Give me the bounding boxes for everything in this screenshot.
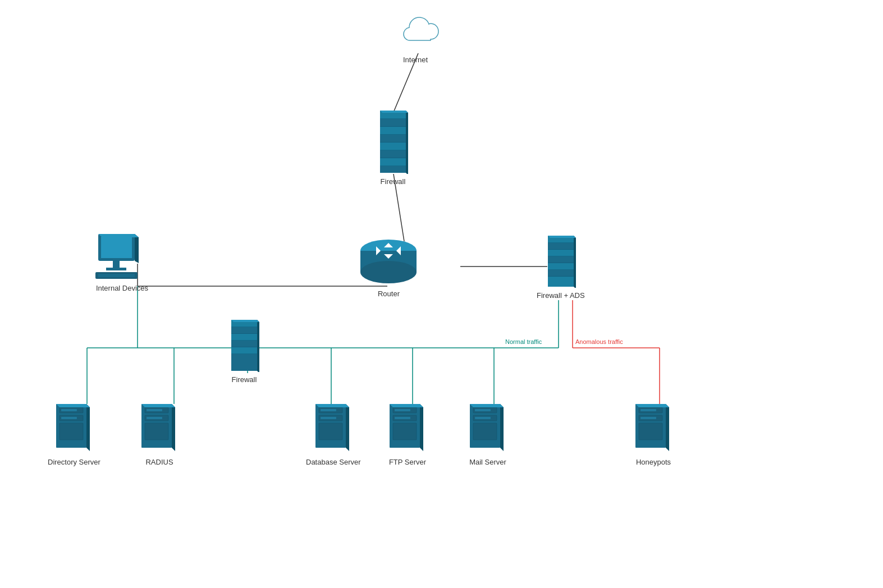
firewall-mid-label: Firewall	[232, 375, 257, 384]
database-server-node: Database Server	[306, 403, 361, 466]
svg-marker-39	[380, 111, 408, 113]
svg-text:Anomalous traffic: Anomalous traffic	[575, 338, 623, 345]
radius-icon	[139, 403, 180, 454]
svg-marker-69	[135, 234, 139, 263]
svg-text:Normal traffic: Normal traffic	[505, 338, 542, 345]
honeypots-node: Honeypots	[633, 403, 674, 466]
svg-rect-31	[380, 143, 406, 150]
svg-rect-80	[231, 347, 257, 354]
directory-server-icon	[54, 403, 94, 454]
svg-marker-115	[420, 404, 423, 451]
firewall-ads-label: Firewall + ADS	[537, 291, 585, 300]
internal-devices-node: Internal Devices	[93, 233, 152, 292]
radius-label: RADIUS	[145, 458, 173, 466]
svg-marker-131	[666, 404, 669, 451]
router-node: Router	[359, 238, 418, 298]
router-label: Router	[378, 290, 400, 298]
svg-rect-60	[548, 277, 574, 287]
directory-server-node: Directory Server	[48, 403, 100, 466]
svg-marker-100	[141, 404, 175, 407]
ftp-server-node: FTP Server	[387, 403, 428, 466]
svg-rect-27	[380, 127, 406, 135]
svg-rect-50	[548, 243, 574, 250]
mail-server-icon	[468, 403, 508, 454]
network-diagram: Normal traffic Anomalous traffic Interne…	[0, 0, 883, 588]
svg-marker-70	[98, 234, 139, 237]
svg-rect-90	[60, 423, 83, 440]
svg-rect-58	[548, 270, 574, 277]
svg-rect-113	[395, 417, 410, 419]
internet-label: Internet	[403, 56, 428, 64]
svg-rect-98	[145, 423, 168, 440]
ftp-server-icon	[387, 403, 428, 454]
firewall-top-label: Firewall	[381, 177, 406, 186]
ftp-server-label: FTP Server	[389, 458, 426, 466]
svg-rect-105	[321, 417, 336, 419]
svg-marker-38	[406, 111, 408, 174]
svg-rect-97	[147, 417, 162, 419]
svg-rect-122	[473, 423, 497, 440]
svg-rect-37	[380, 166, 406, 173]
svg-marker-124	[470, 404, 504, 407]
svg-rect-82	[231, 354, 257, 371]
database-server-label: Database Server	[306, 458, 361, 466]
database-server-icon	[313, 403, 354, 454]
svg-rect-25	[380, 119, 406, 127]
svg-marker-116	[390, 404, 423, 407]
svg-rect-111	[395, 409, 410, 411]
svg-rect-52	[548, 250, 574, 256]
svg-rect-106	[319, 423, 342, 440]
svg-marker-107	[346, 404, 349, 451]
svg-rect-65	[113, 261, 120, 268]
internet-node: Internet	[390, 16, 441, 64]
svg-marker-83	[257, 320, 259, 372]
svg-rect-64	[101, 237, 132, 258]
svg-marker-91	[86, 404, 90, 451]
svg-rect-103	[321, 409, 336, 411]
svg-rect-121	[475, 417, 491, 419]
svg-marker-92	[56, 404, 90, 407]
svg-rect-78	[231, 341, 257, 347]
honeypots-label: Honeypots	[636, 458, 671, 466]
internal-devices-icon	[93, 233, 152, 281]
svg-marker-61	[574, 236, 576, 288]
svg-marker-123	[500, 404, 504, 451]
svg-rect-76	[231, 334, 257, 341]
svg-rect-54	[548, 256, 574, 263]
svg-rect-95	[147, 409, 162, 411]
svg-rect-127	[640, 409, 656, 411]
mail-server-label: Mail Server	[469, 458, 506, 466]
svg-rect-66	[106, 268, 126, 270]
svg-rect-129	[640, 417, 656, 419]
svg-marker-84	[231, 320, 259, 322]
svg-rect-114	[393, 423, 417, 440]
svg-rect-119	[475, 409, 491, 411]
internet-icon	[390, 16, 441, 52]
firewall-ads-icon	[546, 235, 576, 288]
directory-server-label: Directory Server	[48, 458, 100, 466]
router-icon	[359, 238, 418, 286]
svg-marker-132	[635, 404, 669, 407]
svg-marker-108	[315, 404, 349, 407]
svg-rect-29	[380, 135, 406, 143]
svg-rect-35	[380, 158, 406, 166]
svg-rect-33	[380, 150, 406, 158]
honeypots-icon	[633, 403, 674, 454]
mail-server-node: Mail Server	[468, 403, 508, 466]
svg-rect-87	[61, 409, 77, 411]
svg-rect-89	[61, 417, 77, 419]
svg-marker-62	[548, 236, 576, 238]
firewall-mid-icon	[229, 319, 259, 372]
firewall-ads-node: Firewall + ADS	[537, 235, 585, 300]
svg-rect-74	[231, 327, 257, 334]
svg-point-42	[360, 261, 417, 283]
radius-node: RADIUS	[139, 403, 180, 466]
internal-devices-label: Internal Devices	[96, 284, 148, 292]
svg-rect-56	[548, 263, 574, 270]
svg-rect-68	[98, 274, 135, 277]
firewall-mid-node: Firewall	[229, 319, 259, 384]
firewall-top-icon	[378, 109, 408, 174]
firewall-top-node: Firewall	[378, 109, 408, 186]
svg-rect-130	[639, 423, 662, 440]
svg-marker-99	[172, 404, 175, 451]
